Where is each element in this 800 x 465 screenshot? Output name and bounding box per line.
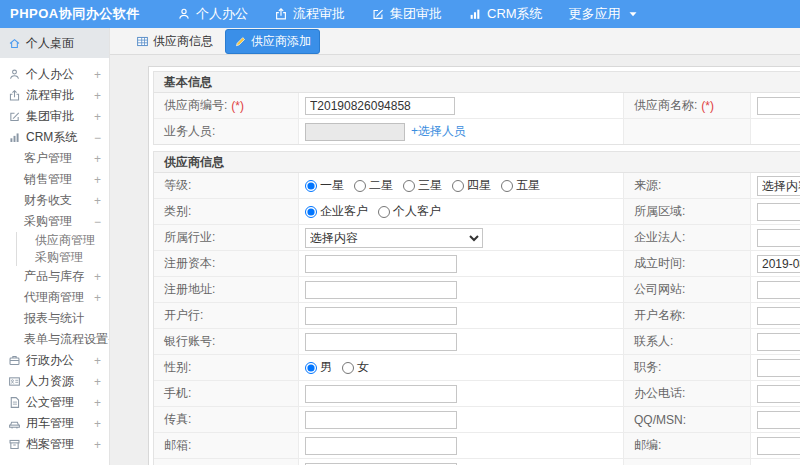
nav-more-apps[interactable]: 更多应用 [556,0,653,28]
qq-msn-input[interactable] [757,411,800,429]
sidebar-item-admin-office[interactable]: 行政办公+ [0,350,109,371]
sidebar-item-vehicle-mgmt[interactable]: 用车管理+ [0,413,109,434]
nav-crm-system[interactable]: CRM系统 [455,0,556,28]
business-person-input[interactable] [305,123,405,141]
sidebar-item-archive-mgmt[interactable]: 档案管理+ [0,434,109,455]
radio-button[interactable] [305,180,317,192]
legal-person-input[interactable] [757,229,800,247]
registered-address-input[interactable] [305,281,457,299]
sidebar-item-customer-mgmt[interactable]: 客户管理+ [0,148,109,169]
collapse-minus-icon[interactable]: − [94,215,101,229]
radio-button[interactable] [501,180,513,192]
radio-button[interactable] [378,206,390,218]
sidebar-item-crm-system[interactable]: CRM系统− [0,127,109,148]
hamburger-icon [141,7,155,21]
postcode-input[interactable] [757,437,800,455]
account-name-input[interactable] [757,307,800,325]
radio-button[interactable] [354,180,366,192]
source-select[interactable]: 选择内容 [757,176,800,196]
radio-button[interactable] [305,206,317,218]
supplier-name-input[interactable] [757,97,800,115]
expand-plus-icon[interactable]: + [94,110,101,124]
expand-plus-icon[interactable]: + [94,173,101,187]
field-label: 业务人员: [154,119,299,144]
field-label: 所属行业: [154,225,299,250]
supplier-code-input[interactable] [305,97,455,115]
sidebar-item-document-mgmt[interactable]: 公文管理+ [0,392,109,413]
field-cell [299,433,624,458]
sidebar-item-reports-stats[interactable]: 报表与统计 [0,308,109,329]
field-label: 邮编: [624,433,751,458]
tab-supplier-info[interactable]: 供应商信息 [132,30,217,53]
sidebar-item-form-flow-settings[interactable]: 表单与流程设置+ [0,329,109,350]
email-input[interactable] [305,437,457,455]
expand-plus-icon[interactable]: + [94,270,101,284]
radio-button[interactable] [305,362,317,374]
sidebar-item-workflow-approval[interactable]: 流程审批+ [0,85,109,106]
radio-button[interactable] [342,362,354,374]
field-cell [751,459,800,465]
category-radios: 企业客户个人客户 [305,203,451,220]
office-phone-input[interactable] [757,385,800,403]
company-website-input[interactable] [757,281,800,299]
required-marker: (*) [701,99,714,113]
sidebar-item-agent-mgmt[interactable]: 代理商管理+ [0,287,109,308]
mobile-input[interactable] [305,385,457,403]
sidebar-item-group-approval[interactable]: 集团审批+ [0,106,109,127]
radio-option[interactable]: 三星 [403,177,442,194]
choose-person-link[interactable]: +选择人员 [411,123,466,140]
bank-input[interactable] [305,307,457,325]
sidebar-item-personal-office[interactable]: 个人办公+ [0,64,109,85]
expand-plus-icon[interactable]: + [94,68,101,82]
expand-plus-icon[interactable]: + [94,152,101,166]
expand-plus-icon[interactable]: + [108,333,110,347]
expand-plus-icon[interactable]: + [94,417,101,431]
radio-option[interactable]: 五星 [501,177,540,194]
radio-option[interactable]: 一星 [305,177,344,194]
field-label: 办公电话: [624,381,751,406]
radio-option[interactable]: 女 [342,359,369,376]
founding-date-input[interactable] [757,255,800,273]
radio-option[interactable]: 个人客户 [378,203,441,220]
idcard-icon [8,375,21,388]
field-label [624,459,751,465]
nav-group-approval[interactable]: 集团审批 [358,0,455,28]
field-label: 传真: [154,407,299,432]
nav-personal-office[interactable]: 个人办公 [164,0,261,28]
tab-supplier-add[interactable]: 供应商添加 [225,29,320,54]
collapse-minus-icon[interactable]: − [94,131,101,145]
industry-select[interactable]: 选择内容 [305,228,483,248]
fax-input[interactable] [305,411,457,429]
expand-plus-icon[interactable]: + [94,375,101,389]
sidebar-item-personal-desktop[interactable]: 个人桌面 [0,28,109,58]
hamburger-button[interactable] [132,0,164,28]
expand-plus-icon[interactable]: + [94,194,101,208]
registered-capital-input[interactable] [305,255,457,273]
nav-workflow-approval[interactable]: 流程审批 [261,0,358,28]
sidebar-item-product-inventory[interactable]: 产品与库存+ [0,266,109,287]
sidebar-item-purchase-mgmt[interactable]: 采购管理− [0,211,109,232]
expand-plus-icon[interactable]: + [94,396,101,410]
radio-button[interactable] [403,180,415,192]
radio-option[interactable]: 企业客户 [305,203,368,220]
sidebar-item-human-resources[interactable]: 人力资源+ [0,371,109,392]
expand-plus-icon[interactable]: + [94,438,101,452]
expand-plus-icon[interactable]: + [94,291,101,305]
position-input[interactable] [757,359,800,377]
field-cell [299,407,624,432]
radio-option[interactable]: 四星 [452,177,491,194]
expand-plus-icon[interactable]: + [94,354,101,368]
radio-option[interactable]: 男 [305,359,332,376]
expand-plus-icon[interactable]: + [94,89,101,103]
sidebar-item-sales-mgmt[interactable]: 销售管理+ [0,169,109,190]
radio-button[interactable] [452,180,464,192]
sidebar-item-finance-inout[interactable]: 财务收支+ [0,190,109,211]
field-cell: 一星二星三星四星五星 [299,173,624,198]
region-input[interactable] [757,203,800,221]
sidebar-item-supplier-mgmt[interactable]: 供应商管理 [0,232,109,249]
chart-icon [8,131,21,144]
sidebar-item-purchasing[interactable]: 采购管理 [0,249,109,266]
contact-person-input[interactable] [757,333,800,351]
radio-option[interactable]: 二星 [354,177,393,194]
bank-account-input[interactable] [305,333,457,351]
